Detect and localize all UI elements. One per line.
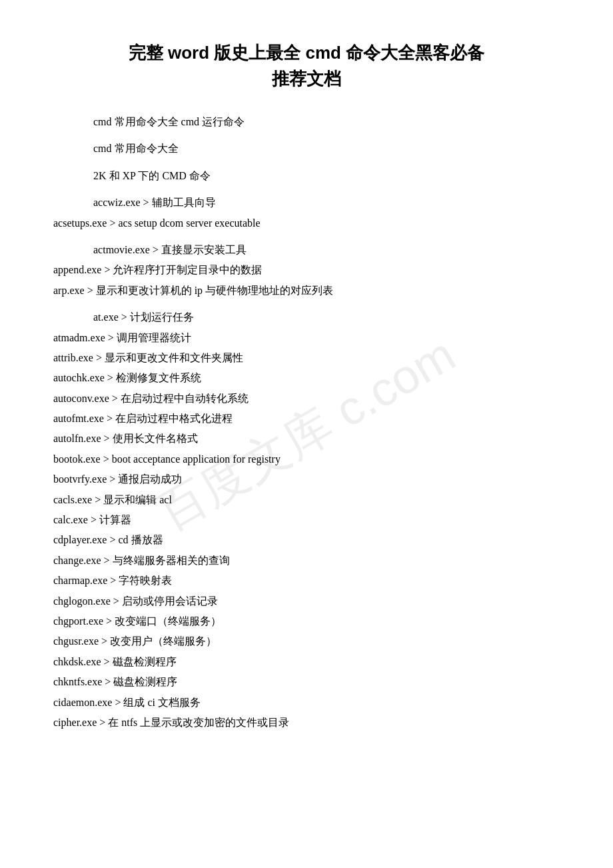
content-line-26: chkntfs.exe > 磁盘检测程序 — [53, 672, 560, 692]
content-line-12: autoconv.exe > 在启动过程中自动转化系统 — [53, 389, 560, 409]
content-line-2: 2K 和 XP 下的 CMD 命令 — [53, 166, 560, 186]
content-line-3: accwiz.exe > 辅助工具向导 — [53, 193, 560, 213]
content-line-10: attrib.exe > 显示和更改文件和文件夹属性 — [53, 348, 560, 368]
content-line-19: cdplayer.exe > cd 播放器 — [53, 530, 560, 550]
content-line-15: bootok.exe > boot acceptance application… — [53, 449, 560, 469]
content-line-0: cmd 常用命令大全 cmd 运行命令 — [53, 112, 560, 132]
content-line-8: at.exe > 计划运行任务 — [53, 307, 560, 327]
content-line-23: chgport.exe > 改变端口（终端服务） — [53, 611, 560, 631]
content-line-22: chglogon.exe > 启动或停用会话记录 — [53, 591, 560, 611]
content-line-27: cidaemon.exe > 组成 ci 文档服务 — [53, 693, 560, 713]
content-line-9: atmadm.exe > 调用管理器统计 — [53, 328, 560, 348]
content-line-11: autochk.exe > 检测修复文件系统 — [53, 368, 560, 388]
title-line1: 完整 word 版史上最全 cmd 命令大全黑客必备 — [53, 40, 560, 66]
content-line-25: chkdsk.exe > 磁盘检测程序 — [53, 652, 560, 672]
content-line-4: acsetups.exe > acs setup dcom server exe… — [53, 213, 560, 233]
content-line-17: cacls.exe > 显示和编辑 acl — [53, 490, 560, 510]
content-line-7: arp.exe > 显示和更改计算机的 ip 与硬件物理地址的对应列表 — [53, 281, 560, 301]
content-line-20: change.exe > 与终端服务器相关的查询 — [53, 551, 560, 571]
content-line-6: append.exe > 允许程序打开制定目录中的数据 — [53, 260, 560, 280]
content-line-14: autolfn.exe > 使用长文件名格式 — [53, 429, 560, 449]
content-line-16: bootvrfy.exe > 通报启动成功 — [53, 469, 560, 489]
content-line-13: autofmt.exe > 在启动过程中格式化进程 — [53, 409, 560, 429]
page-title: 完整 word 版史上最全 cmd 命令大全黑客必备 推荐文档 — [53, 40, 560, 92]
content-lines: cmd 常用命令大全 cmd 运行命令cmd 常用命令大全2K 和 XP 下的 … — [53, 112, 560, 733]
content-line-21: charmap.exe > 字符映射表 — [53, 571, 560, 591]
content-line-28: cipher.exe > 在 ntfs 上显示或改变加密的文件或目录 — [53, 713, 560, 733]
content-line-1: cmd 常用命令大全 — [53, 139, 560, 159]
title-line2: 推荐文档 — [53, 66, 560, 92]
content-line-5: actmovie.exe > 直接显示安装工具 — [53, 240, 560, 260]
content-line-24: chgusr.exe > 改变用户（终端服务） — [53, 631, 560, 651]
content-line-18: calc.exe > 计算器 — [53, 510, 560, 530]
